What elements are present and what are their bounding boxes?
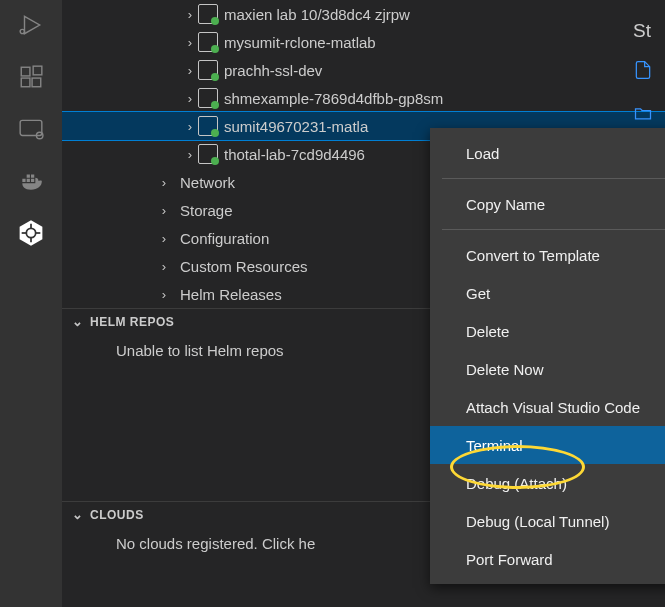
pod-icon [198, 116, 218, 136]
svg-rect-3 [21, 78, 30, 87]
svg-marker-0 [25, 16, 40, 33]
folder-icon[interactable] [633, 103, 653, 123]
extensions-icon[interactable] [16, 62, 46, 92]
section-title: HELM REPOS [90, 315, 174, 329]
pod-icon [198, 60, 218, 80]
category-label: Custom Resources [180, 258, 308, 275]
menu-item-delete-now[interactable]: Delete Now [430, 350, 665, 388]
remote-explorer-icon[interactable] [16, 114, 46, 144]
svg-rect-2 [21, 67, 30, 76]
svg-rect-5 [33, 66, 42, 75]
category-label: Storage [180, 202, 233, 219]
pod-label: prachh-ssl-dev [224, 62, 322, 79]
pod-icon [198, 4, 218, 24]
pod-label: shmexample-7869d4dfbb-gp8sm [224, 90, 443, 107]
chevron-right-icon: › [182, 35, 198, 50]
context-menu: LoadCopy NameConvert to TemplateGetDelet… [430, 128, 665, 584]
section-title: CLOUDS [90, 508, 144, 522]
chevron-down-icon: ⌄ [70, 507, 86, 522]
chevron-right-icon: › [182, 147, 198, 162]
menu-separator [442, 229, 665, 230]
tree-row-pod[interactable]: ›mysumit-rclone-matlab [62, 28, 665, 56]
category-label: Network [180, 174, 235, 191]
tree-row-pod[interactable]: ›shmexample-7869d4dfbb-gp8sm [62, 84, 665, 112]
chevron-right-icon: › [182, 119, 198, 134]
svg-rect-6 [20, 120, 42, 135]
kubernetes-icon[interactable] [16, 218, 46, 248]
pod-label: mysumit-rclone-matlab [224, 34, 376, 51]
pod-label: sumit49670231-matla [224, 118, 368, 135]
tree-row-pod[interactable]: ›prachh-ssl-dev [62, 56, 665, 84]
chevron-right-icon: › [156, 175, 172, 190]
menu-separator [442, 178, 665, 179]
menu-item-port-forward[interactable]: Port Forward [430, 540, 665, 578]
menu-item-terminal[interactable]: Terminal [430, 426, 665, 464]
chevron-right-icon: › [156, 259, 172, 274]
menu-item-copy-name[interactable]: Copy Name [430, 185, 665, 223]
menu-item-convert-to-template[interactable]: Convert to Template [430, 236, 665, 274]
pod-icon [198, 144, 218, 164]
menu-item-load[interactable]: Load [430, 134, 665, 172]
pod-label: maxien lab 10/3d8dc4 zjrpw [224, 6, 410, 23]
menu-item-get[interactable]: Get [430, 274, 665, 312]
sidebar: ›maxien lab 10/3d8dc4 zjrpw›mysumit-rclo… [62, 0, 665, 607]
category-label: Helm Releases [180, 286, 282, 303]
right-panel-edge: St [625, 0, 665, 128]
activity-bar [0, 0, 62, 607]
chevron-right-icon: › [156, 231, 172, 246]
menu-item-delete[interactable]: Delete [430, 312, 665, 350]
tree-row-pod[interactable]: ›maxien lab 10/3d8dc4 zjrpw [62, 0, 665, 28]
category-label: Configuration [180, 230, 269, 247]
chevron-right-icon: › [182, 91, 198, 106]
chevron-right-icon: › [182, 63, 198, 78]
menu-item-debug-local-tunnel-[interactable]: Debug (Local Tunnel) [430, 502, 665, 540]
docker-icon[interactable] [16, 166, 46, 196]
pod-icon [198, 32, 218, 52]
chevron-right-icon: › [182, 7, 198, 22]
pod-icon [198, 88, 218, 108]
right-edge-text: St [625, 20, 665, 42]
menu-item-attach-visual-studio-code[interactable]: Attach Visual Studio Code [430, 388, 665, 426]
menu-item-debug-attach-[interactable]: Debug (Attach) [430, 464, 665, 502]
chevron-down-icon: ⌄ [70, 314, 86, 329]
chevron-right-icon: › [156, 287, 172, 302]
svg-point-1 [20, 29, 24, 33]
chevron-right-icon: › [156, 203, 172, 218]
run-debug-icon[interactable] [16, 10, 46, 40]
pod-label: thotal-lab-7cd9d4496 [224, 146, 365, 163]
svg-rect-4 [32, 78, 41, 87]
file-icon[interactable] [633, 60, 653, 80]
